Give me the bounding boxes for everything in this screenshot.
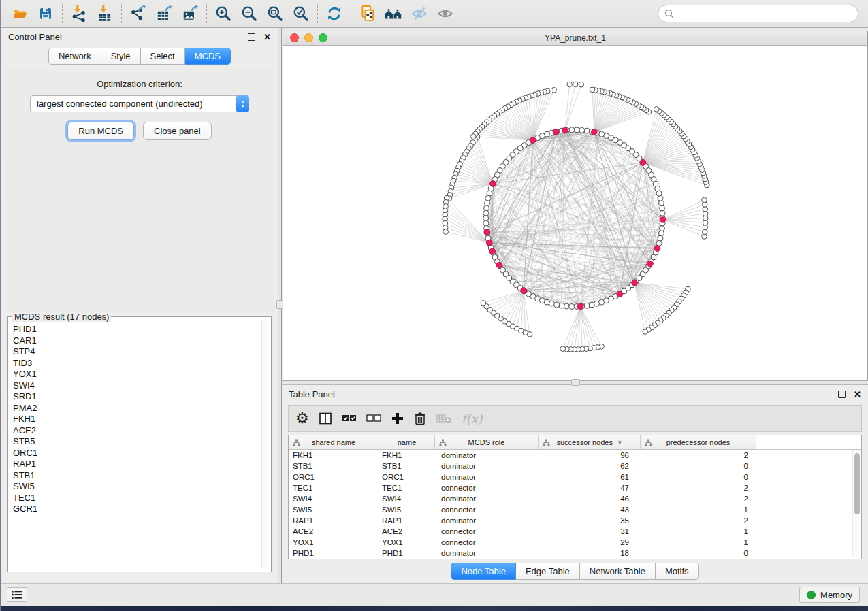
column-header-predecessor-nodes[interactable]: predecessor nodes bbox=[641, 435, 756, 449]
mcds-result-item[interactable]: STB5 bbox=[13, 436, 270, 448]
duplicate-network-button[interactable] bbox=[355, 3, 381, 24]
mcds-list-scrollbar[interactable] bbox=[261, 320, 268, 568]
show-all-button[interactable] bbox=[432, 3, 458, 24]
table-row[interactable]: TEC1TEC1connector472 bbox=[289, 482, 852, 493]
zoom-in-button[interactable] bbox=[210, 3, 236, 24]
column-header-name[interactable]: name bbox=[379, 435, 435, 449]
export-network-button[interactable] bbox=[125, 3, 151, 24]
table-row[interactable]: SWI5SWI5connector431 bbox=[289, 504, 852, 515]
tab-select[interactable]: Select bbox=[141, 48, 185, 65]
save-session-button[interactable] bbox=[33, 3, 59, 24]
column-type-icon bbox=[293, 439, 300, 446]
task-history-button[interactable] bbox=[7, 587, 27, 602]
import-network-button[interactable] bbox=[66, 3, 92, 24]
run-mcds-button[interactable]: Run MCDS bbox=[67, 122, 134, 140]
table-row[interactable]: STB1STB1dominator620 bbox=[289, 461, 852, 472]
select-all-rows-button[interactable] bbox=[342, 409, 357, 428]
mcds-result-list[interactable]: PHD1CAR1STP4TID3YOX1SWI4SRD1PMA2FKH1ACE2… bbox=[8, 320, 271, 569]
table-row[interactable]: ORC1ORC1dominator610 bbox=[289, 472, 852, 482]
delete-column-button[interactable] bbox=[414, 409, 426, 428]
export-table-button[interactable] bbox=[151, 3, 177, 24]
mcds-result-item[interactable]: SWI5 bbox=[13, 481, 270, 493]
divider-grip-icon[interactable] bbox=[276, 300, 283, 309]
mcds-result-item[interactable]: ORC1 bbox=[13, 448, 270, 459]
export-image-button[interactable] bbox=[177, 3, 203, 24]
column-type-icon bbox=[645, 439, 652, 446]
add-column-button[interactable] bbox=[391, 409, 404, 428]
mcds-result-item[interactable]: YOX1 bbox=[13, 369, 270, 380]
zoom-fit-button[interactable] bbox=[262, 3, 288, 24]
first-neighbors-button[interactable] bbox=[381, 3, 406, 24]
mcds-result-item[interactable]: RAP1 bbox=[13, 459, 270, 470]
divider-grip-icon[interactable] bbox=[571, 379, 580, 386]
tab-network-table[interactable]: Network Table bbox=[580, 563, 656, 580]
mcds-result-item[interactable]: PMA2 bbox=[13, 403, 270, 414]
memory-button[interactable]: Memory bbox=[799, 587, 860, 603]
table-cell: connector bbox=[435, 482, 539, 493]
mcds-result-item[interactable]: TEC1 bbox=[13, 493, 270, 504]
mcds-result-item[interactable]: SRD1 bbox=[13, 391, 270, 403]
table-scrollbar-thumb[interactable] bbox=[854, 453, 860, 514]
zoom-selected-button[interactable] bbox=[288, 3, 314, 24]
network-titlebar[interactable]: YPA_prune.txt_1 bbox=[283, 31, 867, 46]
tab-style[interactable]: Style bbox=[101, 48, 141, 65]
float-panel-icon[interactable] bbox=[838, 391, 846, 398]
column-header-successor-nodes[interactable]: successor nodes ∨ bbox=[539, 435, 641, 449]
table-cell: ACE2 bbox=[289, 526, 379, 537]
mcds-result-item[interactable]: STB1 bbox=[13, 470, 270, 482]
main-area: Control Panel ✕ Network Style Select MCD… bbox=[1, 28, 868, 583]
column-type-icon bbox=[439, 439, 447, 446]
network-graph[interactable] bbox=[283, 46, 867, 380]
zoom-out-button[interactable] bbox=[236, 3, 262, 24]
mcds-result-item[interactable]: SWI4 bbox=[13, 380, 270, 392]
deselect-all-rows-button[interactable] bbox=[366, 409, 381, 428]
table-panel-header: Table Panel ✕ bbox=[282, 385, 868, 403]
table-row[interactable]: SWI4SWI4dominator462 bbox=[289, 493, 852, 504]
mcds-result-item[interactable]: TID3 bbox=[13, 358, 270, 369]
table-row[interactable]: FKH1FKH1dominator962 bbox=[289, 450, 852, 461]
column-header-shared-name[interactable]: shared name bbox=[289, 435, 379, 449]
column-header-mcds-role[interactable]: MCDS role bbox=[435, 435, 539, 449]
float-panel-icon[interactable] bbox=[248, 33, 255, 41]
table-cell: dominator bbox=[435, 548, 539, 559]
close-panel-icon[interactable]: ✕ bbox=[854, 391, 861, 398]
vertical-split-divider[interactable] bbox=[278, 28, 282, 583]
table-cell: 47 bbox=[539, 482, 641, 493]
duplicate-network-icon bbox=[358, 4, 377, 23]
table-scrollbar[interactable] bbox=[852, 450, 860, 557]
tab-node-table[interactable]: Node Table bbox=[451, 563, 516, 580]
show-columns-button[interactable] bbox=[319, 409, 332, 428]
deselect-all-icon bbox=[366, 414, 381, 423]
open-session-button[interactable] bbox=[7, 3, 33, 24]
mcds-result-item[interactable]: ACE2 bbox=[13, 425, 270, 437]
mcds-result-item[interactable]: PHD1 bbox=[13, 324, 270, 335]
refresh-layout-button[interactable] bbox=[321, 3, 347, 24]
search-input[interactable] bbox=[678, 9, 852, 19]
tab-network[interactable]: Network bbox=[48, 48, 101, 65]
tab-edge-table[interactable]: Edge Table bbox=[516, 563, 580, 580]
tab-mcds[interactable]: MCDS bbox=[185, 48, 231, 65]
tab-motifs[interactable]: Motifs bbox=[656, 563, 699, 580]
column-label: successor nodes bbox=[556, 438, 613, 446]
desktop-edge-left bbox=[0, 0, 1, 611]
close-panel-icon[interactable]: ✕ bbox=[263, 33, 271, 41]
import-table-button[interactable] bbox=[92, 3, 118, 24]
mcds-result-item[interactable]: STP4 bbox=[13, 346, 270, 358]
table-row[interactable]: PHD1PHD1dominator180 bbox=[289, 548, 852, 559]
mcds-result-item[interactable]: GCR1 bbox=[13, 503, 270, 515]
hide-selected-button[interactable] bbox=[406, 3, 432, 24]
table-row[interactable]: ACE2ACE2connector311 bbox=[289, 526, 852, 537]
save-icon bbox=[37, 5, 54, 22]
table-cell: RAP1 bbox=[379, 515, 435, 526]
table-row[interactable]: RAP1RAP1dominator352 bbox=[289, 515, 852, 526]
close-panel-button[interactable]: Close panel bbox=[143, 122, 212, 140]
horizontal-split-divider[interactable] bbox=[282, 380, 868, 385]
mcds-result-item[interactable]: CAR1 bbox=[13, 335, 270, 347]
table-settings-button[interactable]: ⚙ bbox=[295, 409, 309, 428]
toolbar-separator bbox=[62, 4, 63, 23]
criterion-select[interactable]: largest connected component (undirected)… bbox=[30, 95, 249, 112]
table-row[interactable]: YOX1YOX1connector291 bbox=[289, 537, 852, 548]
search-field[interactable] bbox=[658, 5, 858, 22]
mcds-result-item[interactable]: FKH1 bbox=[13, 414, 270, 425]
network-canvas[interactable] bbox=[283, 46, 867, 380]
